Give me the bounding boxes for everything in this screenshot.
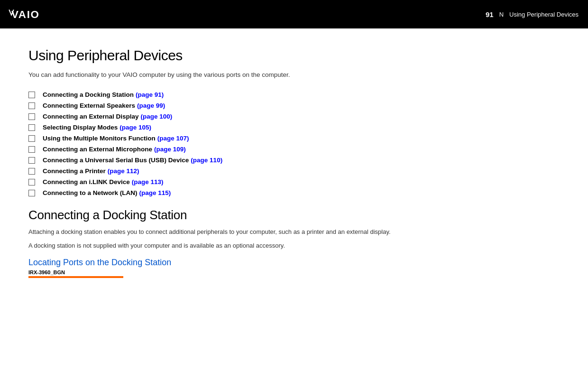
header-nav: 91 N Using Peripheral Devices [486, 10, 579, 19]
toc-item: Connecting a Universal Serial Bus (USB) … [28, 157, 560, 164]
toc-item-label: Connecting an i.LINK Device [43, 178, 130, 186]
toc-item-link[interactable]: (page 107) [157, 135, 189, 142]
toc-item: Selecting Display Modes (page 105) [28, 124, 560, 131]
toc-item-link[interactable]: (page 105) [119, 124, 151, 131]
chevron-icon: N [499, 11, 504, 18]
toc-item: Connecting to a Network (LAN) (page 115) [28, 189, 560, 196]
toc-item-link[interactable]: (page 110) [191, 157, 222, 164]
toc-item: Connecting a Docking Station (page 91) [28, 91, 560, 98]
toc-item-label: Connecting External Speakers [43, 102, 135, 109]
checkbox-icon [28, 157, 35, 164]
section1-body1: Attaching a docking station enables you … [28, 227, 503, 237]
main-content: Using Peripheral Devices You can add fun… [0, 28, 588, 288]
checkbox-icon [28, 146, 35, 153]
header-section-title: Using Peripheral Devices [509, 11, 579, 18]
toc-item-link[interactable]: (page 91) [136, 91, 164, 98]
label-tag: IRX-3960_BGN [28, 269, 560, 275]
toc-item: Using the Multiple Monitors Function (pa… [28, 135, 560, 142]
svg-text:VAIO: VAIO [11, 9, 39, 20]
toc-item-link[interactable]: (page 99) [137, 102, 165, 109]
checkbox-icon [28, 179, 35, 186]
section1-title: Connecting a Docking Station [28, 208, 560, 223]
toc-item-link[interactable]: (page 115) [139, 189, 171, 196]
toc-item: Connecting an External Display (page 100… [28, 113, 560, 120]
toc-item-link[interactable]: (page 113) [132, 178, 164, 186]
toc-item-label: Connecting an External Microphone [43, 146, 152, 153]
toc-item-link[interactable]: (page 112) [108, 167, 139, 175]
page-number: 91 [486, 10, 494, 19]
checkbox-icon [28, 113, 35, 120]
toc-item-label: Selecting Display Modes [43, 124, 118, 131]
orange-divider [28, 276, 123, 278]
toc-item: Connecting a Printer (page 112) [28, 167, 560, 175]
toc-item-label: Connecting an External Display [43, 113, 139, 120]
page-header: VAIO 91 N Using Peripheral Devices [0, 0, 588, 28]
toc-item: Connecting an i.LINK Device (page 113) [28, 178, 560, 186]
subsection-title: Locating Ports on the Docking Station [28, 258, 560, 268]
toc-item: Connecting External Speakers (page 99) [28, 102, 560, 109]
checkbox-icon [28, 124, 35, 131]
checkbox-icon [28, 102, 35, 109]
section1-body2: A docking station is not supplied with y… [28, 241, 503, 251]
toc-item: Connecting an External Microphone (page … [28, 146, 560, 153]
toc-item-label: Connecting to a Network (LAN) [43, 189, 138, 196]
checkbox-icon [28, 92, 35, 98]
checkbox-icon [28, 135, 35, 142]
toc-item-link[interactable]: (page 100) [141, 113, 173, 120]
toc-item-label: Connecting a Docking Station [43, 91, 134, 98]
checkbox-icon [28, 168, 35, 175]
page-title: Using Peripheral Devices [28, 47, 560, 64]
toc-item-label: Connecting a Universal Serial Bus (USB) … [43, 157, 189, 164]
checkbox-icon [28, 190, 35, 196]
toc-list: Connecting a Docking Station (page 91)Co… [28, 91, 560, 196]
vaio-logo: VAIO [8, 7, 42, 22]
toc-item-link[interactable]: (page 109) [154, 146, 186, 153]
toc-item-label: Using the Multiple Monitors Function [43, 135, 156, 142]
intro-paragraph: You can add functionality to your VAIO c… [28, 70, 560, 80]
toc-item-label: Connecting a Printer [43, 167, 106, 175]
